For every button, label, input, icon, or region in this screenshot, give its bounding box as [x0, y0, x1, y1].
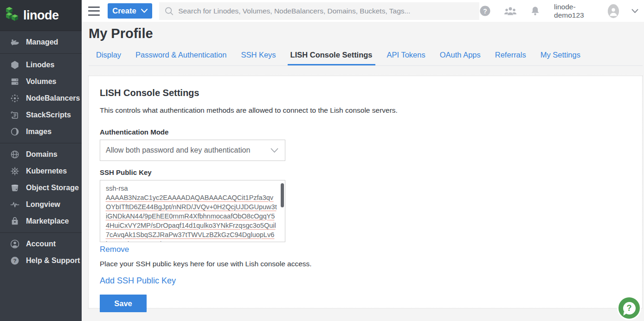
sidebar-item-marketplace[interactable]: Marketplace: [0, 213, 82, 230]
hamburger-icon[interactable]: [88, 6, 100, 16]
tab-ssh-keys[interactable]: SSH Keys: [238, 51, 278, 65]
account-menu-chevron-icon[interactable]: [631, 9, 638, 13]
tab-my-settings[interactable]: My Settings: [538, 51, 583, 65]
card-title: LISH Console Settings: [100, 88, 631, 98]
linode-logo-icon: [6, 6, 19, 24]
ssh-key-hint: Place your SSH public keys here for use …: [100, 260, 631, 268]
textarea-scrollbar[interactable]: [281, 183, 284, 207]
tab-referrals[interactable]: Referrals: [492, 51, 529, 65]
add-ssh-public-key-link[interactable]: Add SSH Public Key: [100, 276, 176, 286]
sidebar-item-images[interactable]: Images: [0, 123, 82, 140]
page-title: My Profile: [89, 26, 644, 41]
community-icon[interactable]: [503, 6, 517, 16]
svg-text:?: ?: [483, 7, 487, 15]
ssh-key-prefix: ssh-rsa: [106, 185, 128, 192]
remove-key-link[interactable]: Remove: [100, 245, 129, 254]
ssh-public-key-label: SSH Public Key: [100, 168, 631, 176]
authentication-mode-select[interactable]: Allow both password and key authenticati…: [100, 140, 285, 161]
sidebar-item-volumes[interactable]: Volumes: [0, 73, 82, 90]
lish-settings-card: LISH Console Settings This controls what…: [88, 76, 643, 308]
account-icon: [10, 239, 20, 249]
avatar[interactable]: [608, 4, 619, 18]
create-button[interactable]: Create: [108, 3, 152, 19]
global-search[interactable]: [159, 2, 479, 20]
help-circle-icon[interactable]: ?: [479, 5, 491, 17]
linodes-icon: [10, 60, 20, 70]
ssh-key-value: AAAAB3NzaC1yc2EAAAADAQABAAACAQCit1Pzfa3q…: [106, 194, 277, 242]
sidebar-item-linodes[interactable]: Linodes: [0, 57, 82, 73]
tab-lish-console-settings[interactable]: LISH Console Settings: [288, 51, 375, 65]
authentication-mode-value: Allow both password and key authenticati…: [106, 146, 250, 154]
sidebar-item-account[interactable]: Account: [0, 236, 82, 252]
tab-oauth-apps[interactable]: OAuth Apps: [437, 51, 483, 65]
kubernetes-icon: [10, 166, 20, 176]
volumes-icon: [10, 77, 20, 87]
main-content: My Profile Display Password & Authentica…: [82, 22, 644, 321]
chevron-down-icon: [270, 148, 278, 153]
card-description: This controls what authentication method…: [100, 106, 631, 115]
username[interactable]: linode-demo123: [554, 3, 595, 19]
search-input[interactable]: [178, 7, 474, 15]
authentication-mode-label: Authentication Mode: [100, 128, 631, 136]
ssh-public-key-textarea[interactable]: ssh-rsa AAAAB3NzaC1yc2EAAAADAQABAAACAQCi…: [100, 180, 285, 242]
logo-wordmark: linode: [23, 8, 59, 23]
sidebar-item-kubernetes[interactable]: Kubernetes: [0, 163, 82, 180]
sidebar-item-object-storage[interactable]: Object Storage: [0, 180, 82, 196]
managed-icon: [10, 37, 20, 47]
sidebar-item-longview[interactable]: Longview: [0, 196, 82, 213]
stackscripts-icon: [10, 110, 20, 120]
nodebalancers-icon: [10, 93, 20, 103]
sidebar-item-help-support[interactable]: ? Help & Support: [0, 252, 82, 269]
sidebar-item-managed[interactable]: Managed: [0, 34, 82, 51]
help-bubble-icon: ?: [623, 302, 636, 315]
tab-api-tokens[interactable]: API Tokens: [384, 51, 428, 65]
tab-display[interactable]: Display: [93, 51, 124, 65]
svg-text:?: ?: [13, 258, 17, 263]
tab-password-authentication[interactable]: Password & Authentication: [133, 51, 229, 65]
longview-icon: [10, 199, 20, 210]
sidebar-item-nodebalancers[interactable]: NodeBalancers: [0, 90, 82, 107]
sidebar-item-domains[interactable]: Domains: [0, 146, 82, 163]
help-support-icon: ?: [10, 256, 20, 266]
sidebar: linode Managed Linodes Volumes N: [0, 0, 82, 321]
sidebar-item-stackscripts[interactable]: StackScripts: [0, 107, 82, 123]
domains-icon: [10, 149, 20, 160]
profile-tabs: Display Password & Authentication SSH Ke…: [89, 51, 643, 66]
search-icon: [165, 6, 174, 16]
object-storage-icon: [10, 183, 20, 193]
notifications-bell-icon[interactable]: [530, 6, 541, 17]
images-icon: [10, 127, 20, 137]
marketplace-icon: [10, 216, 20, 226]
linode-logo[interactable]: linode: [0, 0, 82, 31]
topbar: Create ? linode-demo123: [82, 0, 644, 22]
help-fab-button[interactable]: ?: [617, 296, 641, 320]
save-button[interactable]: Save: [100, 295, 147, 312]
chevron-down-icon: [141, 9, 148, 13]
